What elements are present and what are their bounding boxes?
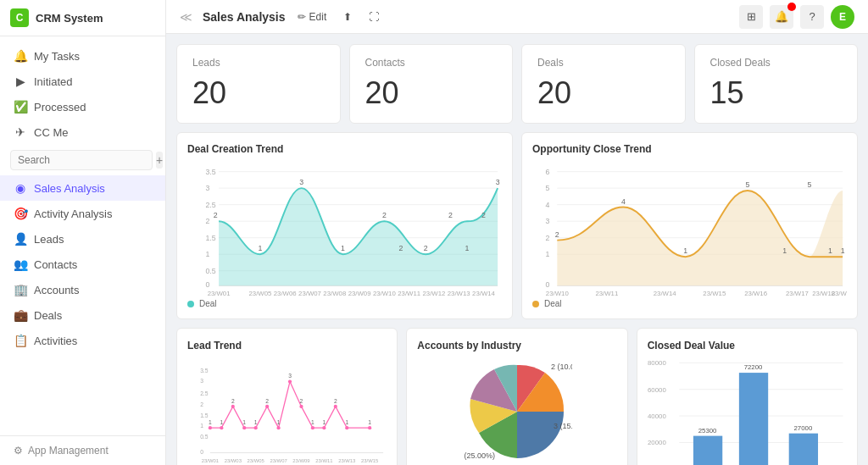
svg-text:5 (25.00%): 5 (25.00%): [462, 451, 495, 460]
svg-text:1: 1: [841, 246, 845, 255]
svg-text:23/W10: 23/W10: [373, 290, 397, 296]
upload-icon: ⬆: [343, 11, 352, 23]
svg-text:1.5: 1.5: [200, 412, 209, 418]
svg-text:3 (15.00%): 3 (15.00%): [554, 422, 572, 430]
sidebar-item-processed[interactable]: ✅ Processed: [0, 94, 165, 119]
lead-trend-chart: 3.5 3 2.5 2 1.5 1 0.5 0: [187, 352, 387, 465]
svg-text:5: 5: [546, 184, 550, 192]
svg-text:23/W17: 23/W17: [786, 290, 809, 296]
sidebar-item-deals[interactable]: 💼 Deals: [0, 302, 165, 328]
search-input[interactable]: [10, 150, 153, 170]
topbar-right: ⊞ 🔔 ? E: [739, 5, 854, 29]
sidebar-item-accounts[interactable]: 🏢 Accounts: [0, 277, 165, 302]
stat-contacts: Contacts 20: [349, 44, 514, 124]
stat-leads-label: Leads: [192, 57, 325, 69]
check-icon: ✅: [14, 100, 27, 113]
dashboard-content: Leads 20 Contacts 20 Deals 20 Closed Dea…: [166, 34, 868, 465]
svg-text:3.5: 3.5: [200, 368, 209, 374]
svg-text:1: 1: [368, 419, 371, 425]
svg-point-85: [299, 405, 303, 408]
svg-point-88: [334, 405, 337, 408]
charts-row1: Deal Creation Trend 3.5 3 2.5 2 1.5 1 0.…: [176, 132, 858, 319]
app-name: CRM System: [36, 12, 103, 25]
svg-rect-133: [788, 434, 817, 465]
svg-point-87: [322, 426, 326, 429]
svg-text:2: 2: [424, 244, 428, 252]
person-icon: 👤: [14, 232, 27, 246]
opportunity-close-trend-card: Opportunity Close Trend 6 5 4 3 2 1 0: [521, 132, 858, 319]
notification-badge: [787, 3, 796, 11]
svg-text:23/W01: 23/W01: [202, 458, 219, 463]
send-icon: ✈: [14, 125, 27, 139]
svg-text:1.5: 1.5: [205, 234, 215, 242]
accounts-by-industry-chart: 2 (10.00%) 3 (15.00%) 5 (25.00%) 3 (15.0…: [462, 357, 572, 465]
svg-text:20000: 20000: [648, 439, 666, 446]
svg-text:0.5: 0.5: [200, 434, 209, 440]
sidebar-item-activity-analysis[interactable]: 🎯 Activity Analysis: [0, 201, 165, 226]
svg-point-86: [311, 426, 314, 429]
svg-point-79: [231, 405, 235, 408]
page-title: Sales Analysis: [203, 10, 286, 24]
sidebar-item-contacts[interactable]: 👥 Contacts: [0, 252, 165, 277]
sidebar-header: C CRM System: [0, 0, 165, 36]
help-button[interactable]: ?: [800, 5, 824, 29]
opportunity-close-legend: Deal: [532, 299, 847, 308]
svg-text:0: 0: [546, 280, 550, 289]
stat-deals: Deals 20: [521, 44, 686, 124]
expand-button[interactable]: ⛶: [364, 8, 384, 25]
svg-text:23/W10: 23/W10: [546, 290, 570, 296]
svg-point-78: [220, 426, 223, 429]
back-button[interactable]: ≪: [180, 10, 192, 24]
svg-text:2: 2: [265, 398, 269, 404]
svg-point-83: [276, 426, 280, 429]
svg-text:3: 3: [496, 178, 500, 186]
svg-text:1: 1: [277, 419, 281, 425]
stats-row: Leads 20 Contacts 20 Deals 20 Closed Dea…: [176, 44, 858, 124]
closed-deal-value-card: Closed Deal Value 80000 60000 40000 2000…: [637, 328, 858, 465]
clipboard-icon: 📋: [14, 334, 27, 347]
stat-closed-deals-value: 15: [710, 75, 843, 111]
deal-creation-trend-chart: 3.5 3 2.5 2 1.5 1 0.5 0: [187, 160, 502, 296]
sidebar-item-initiated[interactable]: ▶ Initiated: [0, 69, 165, 94]
svg-text:1: 1: [546, 250, 550, 258]
sidebar-item-leads[interactable]: 👤 Leads: [0, 226, 165, 252]
stat-deals-value: 20: [537, 75, 670, 111]
svg-rect-130: [739, 373, 768, 465]
svg-text:2: 2: [334, 398, 337, 404]
svg-text:23/W15: 23/W15: [361, 458, 379, 463]
svg-text:80000: 80000: [648, 359, 666, 367]
add-search-button[interactable]: +: [156, 152, 163, 169]
svg-text:1: 1: [254, 419, 258, 425]
svg-text:23/W01: 23/W01: [208, 290, 231, 296]
contacts-icon: 👥: [14, 257, 27, 271]
svg-text:3: 3: [299, 178, 303, 186]
svg-text:4: 4: [621, 197, 626, 206]
svg-text:2: 2: [546, 234, 550, 242]
fullscreen-icon: ⛶: [369, 11, 379, 23]
user-avatar[interactable]: E: [831, 5, 854, 29]
svg-text:5: 5: [808, 180, 812, 189]
grid-button[interactable]: ⊞: [739, 5, 763, 29]
charts-row2: Lead Trend 3.5 3 2.5 2 1.5 1 0.5 0: [176, 328, 858, 465]
sidebar-item-activities[interactable]: 📋 Activities: [0, 328, 165, 353]
svg-point-82: [265, 405, 269, 408]
svg-text:23/W03: 23/W03: [225, 458, 242, 463]
stat-leads: Leads 20: [176, 44, 341, 124]
settings-icon: ⚙: [14, 445, 23, 457]
svg-text:2 (10.00%): 2 (10.00%): [551, 363, 572, 371]
share-button[interactable]: ⬆: [338, 8, 357, 25]
svg-text:2: 2: [200, 401, 203, 407]
bell-icon: 🔔: [14, 49, 27, 63]
app-management-button[interactable]: ⚙ App Management: [0, 435, 165, 465]
notification-button[interactable]: 🔔: [770, 5, 793, 29]
deal-creation-trend-card: Deal Creation Trend 3.5 3 2.5 2 1.5 1 0.…: [176, 132, 513, 319]
sidebar-nav: 🔔 My Tasks ▶ Initiated ✅ Processed ✈ CC …: [0, 36, 165, 435]
sidebar-item-cc-me[interactable]: ✈ CC Me: [0, 119, 165, 145]
svg-text:3: 3: [546, 217, 550, 225]
sidebar-item-my-tasks[interactable]: 🔔 My Tasks: [0, 43, 165, 69]
sidebar-item-sales-analysis[interactable]: ◉ Sales Analysis: [0, 175, 165, 201]
stat-deals-label: Deals: [537, 57, 670, 69]
svg-text:1: 1: [828, 246, 832, 255]
svg-point-81: [254, 426, 258, 429]
edit-button[interactable]: ✏ Edit: [292, 8, 332, 25]
